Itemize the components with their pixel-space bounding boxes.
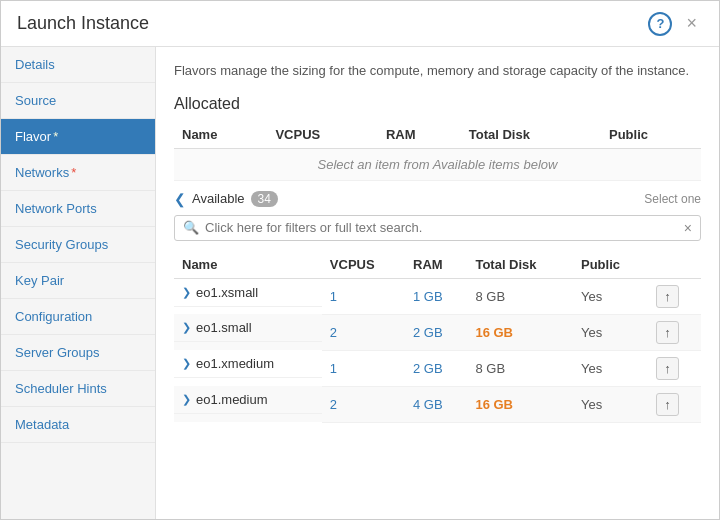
col-public: Public (601, 121, 701, 149)
flavor-name: eo1.small (196, 320, 252, 335)
avail-col-vcpus: VCPUS (322, 251, 405, 279)
flavor-public: Yes (573, 278, 648, 314)
help-button[interactable]: ? (648, 12, 672, 36)
search-clear-icon[interactable]: × (684, 220, 692, 236)
available-count-badge: 34 (251, 191, 278, 207)
available-label: Available (192, 191, 245, 206)
flavor-ram: 4 GB (405, 386, 467, 422)
sidebar-item-security-groups[interactable]: Security Groups (1, 227, 155, 263)
avail-col-name: Name (174, 251, 322, 279)
launch-instance-modal: Launch Instance ? × Details Source Flavo… (0, 0, 720, 520)
chevron-down-icon[interactable]: ❮ (174, 191, 186, 207)
allocated-empty-message: Select an item from Available items belo… (174, 148, 701, 180)
allocate-flavor-button[interactable]: ↑ (656, 357, 679, 380)
allocated-table: Name VCPUS RAM Total Disk Public Select … (174, 121, 701, 181)
sidebar-item-server-groups[interactable]: Server Groups (1, 335, 155, 371)
available-table: Name VCPUS RAM Total Disk Public ❯ eo1.x… (174, 251, 701, 423)
available-header: ❮ Available 34 Select one (174, 191, 701, 207)
flavor-ram: 2 GB (405, 350, 467, 386)
table-row: ❯ eo1.medium 2 4 GB 16 GB Yes ↑ (174, 386, 701, 422)
flavor-public: Yes (573, 314, 648, 350)
sidebar-item-details[interactable]: Details (1, 47, 155, 83)
sidebar-item-key-pair[interactable]: Key Pair (1, 263, 155, 299)
row-expand-icon[interactable]: ❯ (182, 286, 191, 299)
flavor-action-cell: ↑ (648, 314, 701, 350)
flavor-disk: 8 GB (467, 350, 573, 386)
sidebar: Details Source Flavor * Networks * Netwo… (1, 47, 156, 519)
networks-required-star: * (71, 165, 76, 180)
avail-col-action (648, 251, 701, 279)
main-content: Flavors manage the sizing for the comput… (156, 47, 719, 519)
flavor-name: eo1.xmedium (196, 356, 274, 371)
allocate-flavor-button[interactable]: ↑ (656, 393, 679, 416)
flavor-vcpus: 2 (322, 386, 405, 422)
flavor-required-star: * (53, 129, 58, 144)
avail-col-ram: RAM (405, 251, 467, 279)
col-vcpus: VCPUS (267, 121, 377, 149)
modal-title: Launch Instance (17, 13, 149, 34)
flavor-name: eo1.medium (196, 392, 268, 407)
flavor-disk: 16 GB (467, 314, 573, 350)
flavor-vcpus: 1 (322, 278, 405, 314)
flavor-disk: 8 GB (467, 278, 573, 314)
allocate-flavor-button[interactable]: ↑ (656, 285, 679, 308)
avail-col-disk: Total Disk (467, 251, 573, 279)
flavor-name: eo1.xsmall (196, 285, 258, 300)
sidebar-item-source[interactable]: Source (1, 83, 155, 119)
modal-header: Launch Instance ? × (1, 1, 719, 47)
flavor-vcpus: 2 (322, 314, 405, 350)
close-button[interactable]: × (680, 11, 703, 36)
col-ram: RAM (378, 121, 461, 149)
help-text: Flavors manage the sizing for the comput… (174, 61, 701, 81)
flavor-ram: 1 GB (405, 278, 467, 314)
allocated-empty-row: Select an item from Available items belo… (174, 148, 701, 180)
available-title-group: ❮ Available 34 (174, 191, 278, 207)
row-expand-icon[interactable]: ❯ (182, 393, 191, 406)
row-expand-icon[interactable]: ❯ (182, 321, 191, 334)
sidebar-item-flavor[interactable]: Flavor * (1, 119, 155, 155)
col-name: Name (174, 121, 267, 149)
table-row: ❯ eo1.xsmall 1 1 GB 8 GB Yes ↑ (174, 278, 701, 314)
flavor-disk: 16 GB (467, 386, 573, 422)
flavor-action-cell: ↑ (648, 278, 701, 314)
sidebar-item-scheduler-hints[interactable]: Scheduler Hints (1, 371, 155, 407)
flavor-action-cell: ↑ (648, 350, 701, 386)
sidebar-item-networks[interactable]: Networks * (1, 155, 155, 191)
sidebar-item-network-ports[interactable]: Network Ports (1, 191, 155, 227)
flavor-public: Yes (573, 386, 648, 422)
search-icon: 🔍 (183, 220, 199, 235)
flavor-vcpus: 1 (322, 350, 405, 386)
select-one-label: Select one (644, 192, 701, 206)
search-input[interactable] (205, 220, 684, 235)
help-icon: ? (657, 16, 665, 31)
sidebar-item-metadata[interactable]: Metadata (1, 407, 155, 443)
modal-body: Details Source Flavor * Networks * Netwo… (1, 47, 719, 519)
col-total-disk: Total Disk (461, 121, 601, 149)
table-row: ❯ eo1.small 2 2 GB 16 GB Yes ↑ (174, 314, 701, 350)
flavor-ram: 2 GB (405, 314, 467, 350)
allocate-flavor-button[interactable]: ↑ (656, 321, 679, 344)
allocated-title: Allocated (174, 95, 701, 113)
sidebar-item-configuration[interactable]: Configuration (1, 299, 155, 335)
row-expand-icon[interactable]: ❯ (182, 357, 191, 370)
flavor-action-cell: ↑ (648, 386, 701, 422)
search-bar: 🔍 × (174, 215, 701, 241)
avail-col-public: Public (573, 251, 648, 279)
flavor-public: Yes (573, 350, 648, 386)
table-row: ❯ eo1.xmedium 1 2 GB 8 GB Yes ↑ (174, 350, 701, 386)
